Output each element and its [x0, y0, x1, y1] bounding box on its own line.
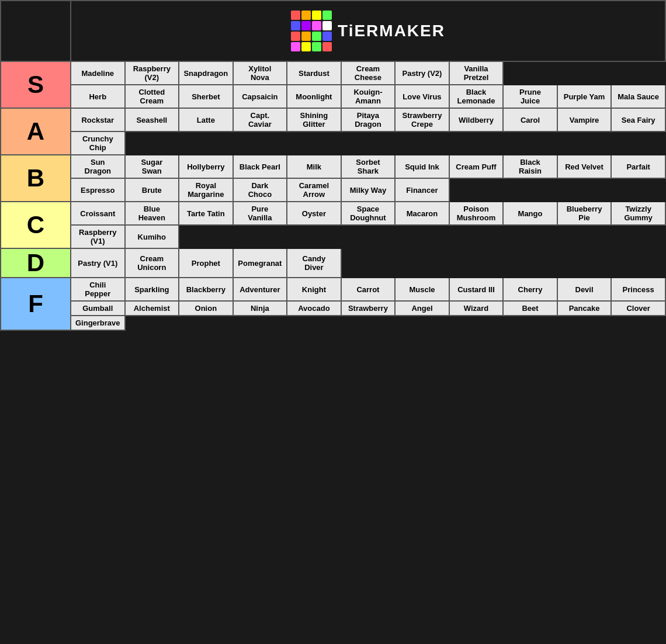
- tier-cell: TwizzlyGummy: [611, 202, 665, 225]
- tier-cell: Latte: [179, 108, 233, 131]
- tier-cell: Cherry: [503, 278, 557, 301]
- tier-cell: [179, 225, 233, 248]
- tier-cell: CandyDiver: [287, 248, 341, 278]
- tier-label-D: D: [1, 248, 71, 278]
- tier-cell: [341, 131, 396, 155]
- tier-row-F-2: Gingerbrave: [1, 316, 665, 330]
- tier-cell: Sherbet: [179, 85, 233, 108]
- tier-cell: [395, 225, 449, 248]
- tier-label-S: S: [1, 61, 71, 108]
- tier-cell: Madeline: [71, 61, 125, 85]
- tier-cell: Milk: [287, 155, 341, 178]
- tier-cell: CreamUnicorn: [125, 248, 179, 278]
- tier-row-A-1: CrunchyChip: [1, 131, 665, 155]
- tier-cell: Croissant: [71, 202, 125, 225]
- tier-cell: Stardust: [287, 61, 341, 85]
- tier-cell: [503, 61, 557, 85]
- tier-cell: Princess: [611, 278, 665, 301]
- tier-row-F-0: FChiliPepperSparklingBlackberryAdventure…: [1, 278, 665, 301]
- tier-cell: Custard III: [449, 278, 504, 301]
- tier-cell: [611, 61, 665, 85]
- tier-list-table: TiERMAKERSMadelineRaspberry(V2)Snapdrago…: [0, 0, 666, 331]
- tier-cell: Hollyberry: [179, 155, 233, 178]
- tier-cell: SpaceDoughnut: [341, 202, 396, 225]
- tier-cell: Pomegranat: [233, 248, 287, 278]
- tier-cell: Cream Puff: [449, 155, 504, 178]
- tier-cell: Capt.Caviar: [233, 108, 287, 131]
- tier-cell: [341, 248, 396, 278]
- tier-cell: XylitolNova: [233, 61, 287, 85]
- tier-cell: [503, 316, 557, 330]
- tier-cell: [611, 248, 665, 278]
- tier-cell: [611, 131, 665, 155]
- tier-cell: [503, 131, 557, 155]
- tier-cell: Carol: [503, 108, 557, 131]
- tier-row-A-0: ARockstarSeashellLatteCapt.CaviarShining…: [1, 108, 665, 131]
- tier-cell: Purple Yam: [557, 85, 612, 108]
- tier-row-S-1: HerbClottedCreamSherbetCapsaicinMoonligh…: [1, 85, 665, 108]
- tier-cell: Oyster: [287, 202, 341, 225]
- tier-cell: Pastry (V1): [71, 248, 125, 278]
- tier-cell: VanillaPretzel: [449, 61, 504, 85]
- tier-cell: Financer: [395, 178, 449, 202]
- tier-cell: CreamCheese: [341, 61, 396, 85]
- tier-cell: Brute: [125, 178, 179, 202]
- tiermaker-logo: TiERMAKER: [71, 1, 665, 61]
- tier-cell: [125, 131, 179, 155]
- tier-cell: Pastry (V2): [395, 61, 449, 85]
- tier-cell: [611, 316, 665, 330]
- tier-cell: [179, 316, 233, 330]
- tier-cell: Milky Way: [341, 178, 396, 202]
- tier-cell: [449, 248, 504, 278]
- logo-text: TiERMAKER: [338, 22, 445, 40]
- tier-cell: [503, 248, 557, 278]
- tier-cell: [179, 131, 233, 155]
- tier-cell: Love Virus: [395, 85, 449, 108]
- tier-cell: Devil: [557, 278, 612, 301]
- tier-cell: Alchemist: [125, 301, 179, 316]
- tier-cell: [233, 316, 287, 330]
- tier-cell: [395, 316, 449, 330]
- tier-cell: Ninja: [233, 301, 287, 316]
- tier-cell: [287, 316, 341, 330]
- tier-cell: Strawberry: [341, 301, 396, 316]
- tier-cell: ChiliPepper: [71, 278, 125, 301]
- tier-cell: Gingerbrave: [71, 316, 125, 330]
- tier-cell: SugarSwan: [125, 155, 179, 178]
- tier-cell: Onion: [179, 301, 233, 316]
- tier-cell: Black Pearl: [233, 155, 287, 178]
- tier-cell: PoisonMushroom: [449, 202, 504, 225]
- tier-cell: Wildberry: [449, 108, 504, 131]
- tier-cell: StrawberryCrepe: [395, 108, 449, 131]
- tier-cell: BlueberryPie: [557, 202, 612, 225]
- tier-cell: [287, 225, 341, 248]
- tier-cell: Prophet: [179, 248, 233, 278]
- tier-cell: PruneJuice: [503, 85, 557, 108]
- tier-cell: Espresso: [71, 178, 125, 202]
- tier-cell: Knight: [287, 278, 341, 301]
- tier-cell: Muscle: [395, 278, 449, 301]
- tier-label-C: C: [1, 202, 71, 248]
- tier-cell: Parfait: [611, 155, 665, 178]
- tier-cell: [611, 178, 665, 202]
- tier-row-C-0: CCroissantBlueHeavenTarte TatinPureVanil…: [1, 202, 665, 225]
- tier-cell: SunDragon: [71, 155, 125, 178]
- tier-cell: [557, 178, 612, 202]
- tier-row-B-0: BSunDragonSugarSwanHollyberryBlack Pearl…: [1, 155, 665, 178]
- tier-cell: Seashell: [125, 108, 179, 131]
- tier-cell: Sea Fairy: [611, 108, 665, 131]
- tier-cell: Mango: [503, 202, 557, 225]
- tier-cell: Adventurer: [233, 278, 287, 301]
- tier-row-S-0: SMadelineRaspberry(V2)SnapdragonXylitolN…: [1, 61, 665, 85]
- tier-cell: [503, 225, 557, 248]
- tier-cell: Squid Ink: [395, 155, 449, 178]
- tier-cell: [449, 131, 504, 155]
- tier-cell: Raspberry(V2): [125, 61, 179, 85]
- tier-cell: DarkChoco: [233, 178, 287, 202]
- tier-cell: [449, 316, 504, 330]
- tier-cell: ShiningGlitter: [287, 108, 341, 131]
- tier-label-A: A: [1, 108, 71, 155]
- tier-cell: BlueHeaven: [125, 202, 179, 225]
- tier-cell: Pancake: [557, 301, 612, 316]
- tier-row-B-1: EspressoBruteRoyalMargarineDarkChocoCara…: [1, 178, 665, 202]
